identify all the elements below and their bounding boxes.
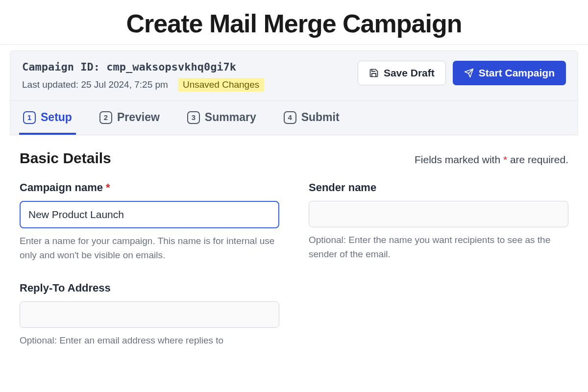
sender-name-label: Sender name xyxy=(309,181,568,194)
tab-setup[interactable]: 1 Setup xyxy=(19,101,76,135)
header-bar: Campaign ID: cmp_waksopsvkhq0gi7k Last u… xyxy=(10,50,578,101)
tab-preview[interactable]: 2 Preview xyxy=(96,101,164,135)
reply-to-input[interactable] xyxy=(20,301,279,328)
section-title: Basic Details xyxy=(20,150,111,167)
unsaved-changes-badge: Unsaved Changes xyxy=(178,78,264,92)
start-campaign-label: Start Campaign xyxy=(479,67,555,79)
start-campaign-button[interactable]: Start Campaign xyxy=(453,61,566,85)
send-icon xyxy=(464,68,474,78)
form-grid: Campaign name * Enter a name for your ca… xyxy=(20,181,568,348)
reply-to-hint: Optional: Enter an email address where r… xyxy=(20,334,279,348)
tabs-row: 1 Setup 2 Preview 3 Summary 4 Submit xyxy=(10,101,578,135)
page-title: Create Mail Merge Campaign xyxy=(0,0,588,44)
tab-label-setup: Setup xyxy=(41,111,72,124)
form-area: Basic Details Fields marked with * are r… xyxy=(10,135,578,348)
required-note-post: are required. xyxy=(507,154,568,165)
field-campaign-name: Campaign name * Enter a name for your ca… xyxy=(20,181,279,262)
tab-badge-3: 3 xyxy=(187,111,200,124)
tab-label-summary: Summary xyxy=(205,111,256,124)
tab-badge-1: 1 xyxy=(23,111,36,124)
campaign-name-input[interactable] xyxy=(20,201,279,228)
save-draft-label: Save Draft xyxy=(384,67,435,79)
last-updated: Last updated: 25 Jul 2024, 7:25 pm xyxy=(22,79,168,90)
tab-label-preview: Preview xyxy=(117,111,160,124)
tab-badge-4: 4 xyxy=(284,111,296,124)
tab-summary[interactable]: 3 Summary xyxy=(183,101,260,135)
required-note-pre: Fields marked with xyxy=(415,154,503,165)
save-draft-button[interactable]: Save Draft xyxy=(358,61,446,85)
reply-to-label: Reply-To Address xyxy=(20,282,279,294)
section-head: Basic Details Fields marked with * are r… xyxy=(20,150,568,167)
campaign-id: Campaign ID: cmp_waksopsvkhq0gi7k xyxy=(22,61,358,73)
tab-label-submit: Submit xyxy=(301,111,340,124)
campaign-id-value: cmp_waksopsvkhq0gi7k xyxy=(106,61,236,73)
content-wrap: Campaign ID: cmp_waksopsvkhq0gi7k Last u… xyxy=(0,44,588,348)
field-reply-to: Reply-To Address Optional: Enter an emai… xyxy=(20,282,279,348)
tab-badge-2: 2 xyxy=(99,111,112,124)
header-meta: Last updated: 25 Jul 2024, 7:25 pm Unsav… xyxy=(22,78,358,92)
field-sender-name: Sender name Optional: Enter the name you… xyxy=(309,181,568,262)
save-icon xyxy=(369,68,379,78)
header-actions: Save Draft Start Campaign xyxy=(358,61,566,85)
asterisk-icon: * xyxy=(503,154,507,165)
sender-name-input[interactable] xyxy=(309,201,568,227)
campaign-id-label: Campaign ID: xyxy=(22,61,100,73)
campaign-name-label-text: Campaign name xyxy=(20,181,103,194)
campaign-name-hint: Enter a name for your campaign. This nam… xyxy=(20,234,279,262)
last-updated-label: Last updated: xyxy=(22,79,78,90)
header-left: Campaign ID: cmp_waksopsvkhq0gi7k Last u… xyxy=(22,61,358,92)
required-note: Fields marked with * are required. xyxy=(415,154,568,166)
campaign-name-label: Campaign name * xyxy=(20,181,279,194)
sender-name-hint: Optional: Enter the name you want recipi… xyxy=(309,233,568,261)
asterisk-icon: * xyxy=(106,181,110,194)
last-updated-value: 25 Jul 2024, 7:25 pm xyxy=(81,79,168,90)
tab-submit[interactable]: 4 Submit xyxy=(280,101,343,135)
